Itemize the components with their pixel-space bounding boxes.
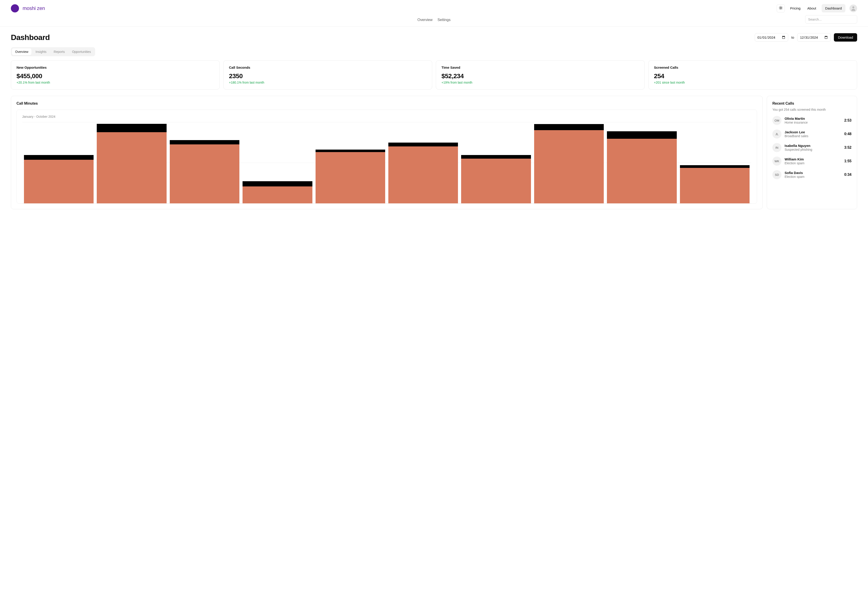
recent-call-row[interactable]: INIsabella NguyenSuspected phishing3:52 <box>772 143 852 152</box>
pill-tabs: Overview Insights Reports Opportunities <box>11 47 95 56</box>
call-info: William KimElection spam <box>785 157 841 165</box>
call-duration: 2:53 <box>844 119 852 122</box>
nav-link-pricing[interactable]: Pricing <box>789 4 802 12</box>
call-duration: 0:34 <box>844 173 852 177</box>
page-title: Dashboard <box>11 33 50 42</box>
call-reason: Election spam <box>785 161 841 165</box>
chart-bar-main <box>315 152 385 203</box>
theme-toggle-button[interactable] <box>777 4 785 12</box>
recent-calls-panel: Recent Calls You got 254 calls screened … <box>767 96 857 209</box>
date-from-input[interactable] <box>755 33 788 42</box>
chart-bar <box>607 122 676 203</box>
call-name: Jackson Lee <box>785 130 841 134</box>
stat-delta: +20.1% from last month <box>16 81 214 84</box>
stat-label: Call Seconds <box>229 65 427 69</box>
chart-bar-main <box>607 139 676 203</box>
svg-line-8 <box>782 7 782 7</box>
user-avatar[interactable] <box>849 4 857 12</box>
date-to-input[interactable] <box>797 33 831 42</box>
sub-nav-tabs: Overview Settings <box>418 16 451 23</box>
search-wrap <box>805 15 857 24</box>
chart-bar-top <box>461 155 531 159</box>
chart-bar-main <box>461 159 531 203</box>
chart-bar <box>680 122 749 203</box>
chart-bar <box>461 122 531 203</box>
search-input[interactable] <box>805 15 857 24</box>
lower-grid: Call Minutes January - October 2024 Rece… <box>11 96 857 209</box>
stat-value: $52,234 <box>441 73 639 80</box>
chart-subtitle: January - October 2024 <box>22 115 751 119</box>
pill-tab-overview[interactable]: Overview <box>12 48 31 55</box>
panel-title: Recent Calls <box>772 101 852 105</box>
top-nav: moshi zen Pricing About Dashboard <box>0 0 868 16</box>
chart-bar-main <box>24 160 94 203</box>
sun-icon <box>779 6 783 10</box>
chart-area <box>22 122 751 203</box>
page-header-right: to Download <box>755 33 857 42</box>
pill-tab-reports[interactable]: Reports <box>51 48 68 55</box>
download-button[interactable]: Download <box>834 33 857 42</box>
svg-point-9 <box>852 6 855 8</box>
call-duration: 3:52 <box>844 146 852 150</box>
brand[interactable]: moshi zen <box>11 4 45 12</box>
chart-bar-top <box>534 124 604 130</box>
stat-card-call-seconds: Call Seconds 2350 +180.1% from last mont… <box>223 60 432 89</box>
chart-bar-top <box>315 150 385 152</box>
nav-link-about[interactable]: About <box>806 4 817 12</box>
pill-tab-opportunities[interactable]: Opportunities <box>69 48 94 55</box>
call-name: William Kim <box>785 157 841 161</box>
subnav-tab-settings[interactable]: Settings <box>437 16 450 23</box>
stat-delta: +19% from last month <box>441 81 639 84</box>
chart-bar <box>534 122 604 203</box>
chart-container: January - October 2024 <box>16 110 757 203</box>
stat-card-opportunities: New Opportunities $455,000 +20.1% from l… <box>11 60 220 89</box>
sub-nav: Overview Settings <box>0 16 868 27</box>
call-duration: 0:48 <box>844 132 852 136</box>
recent-call-row[interactable]: WKWilliam KimElection spam1:55 <box>772 157 852 166</box>
subnav-tab-overview[interactable]: Overview <box>418 16 433 23</box>
stat-card-time-saved: Time Saved $52,234 +19% from last month <box>436 60 645 89</box>
chart-bar-top <box>170 140 239 144</box>
chart-bar-top <box>242 181 312 186</box>
brand-name: moshi zen <box>22 5 45 11</box>
chart-bar-top <box>97 124 166 132</box>
call-duration: 1:55 <box>844 159 852 163</box>
page-header: Dashboard to Download <box>11 33 857 42</box>
stat-delta: +180.1% from last month <box>229 81 427 84</box>
call-name: Sofia Davis <box>785 171 841 175</box>
panel-title: Call Minutes <box>16 101 757 105</box>
call-avatar: OM <box>772 116 782 125</box>
call-reason: Home insurance <box>785 121 841 124</box>
user-icon <box>850 5 856 11</box>
recent-call-row[interactable]: JLJackson LeeBroadband sales0:48 <box>772 129 852 138</box>
call-reason: Broadband sales <box>785 134 841 138</box>
call-avatar: JL <box>772 129 782 138</box>
chart-bar <box>24 122 94 203</box>
chart-bar-main <box>388 146 458 203</box>
call-info: Jackson LeeBroadband sales <box>785 130 841 138</box>
pill-tab-insights[interactable]: Insights <box>32 48 49 55</box>
call-avatar: IN <box>772 143 782 152</box>
stat-delta: +201 since last month <box>654 81 852 84</box>
nav-link-dashboard[interactable]: Dashboard <box>822 4 846 12</box>
chart-bar-main <box>170 144 239 203</box>
call-avatar: SD <box>772 170 782 179</box>
call-info: Isabella NguyenSuspected phishing <box>785 144 841 151</box>
sub-nav-wrap: Overview Settings <box>0 16 868 27</box>
call-reason: Suspected phishing <box>785 148 841 151</box>
svg-point-0 <box>780 7 782 9</box>
main-content: Dashboard to Download Overview Insights … <box>0 27 868 218</box>
recent-call-row[interactable]: SDSofia DavisElection spam0:34 <box>772 170 852 179</box>
recent-calls-list: OMOlivia MartinHome insurance2:53JLJacks… <box>772 116 852 179</box>
chart-bar <box>242 122 312 203</box>
call-name: Isabella Nguyen <box>785 144 841 147</box>
stats-row: New Opportunities $455,000 +20.1% from l… <box>11 60 857 89</box>
brand-logo-icon <box>11 4 19 12</box>
call-info: Olivia MartinHome insurance <box>785 117 841 124</box>
recent-call-row[interactable]: OMOlivia MartinHome insurance2:53 <box>772 116 852 125</box>
stat-value: 2350 <box>229 73 427 80</box>
chart-bar <box>315 122 385 203</box>
chart-bar-main <box>97 132 166 203</box>
stat-label: New Opportunities <box>16 65 214 69</box>
chart-bar-main <box>680 168 749 203</box>
